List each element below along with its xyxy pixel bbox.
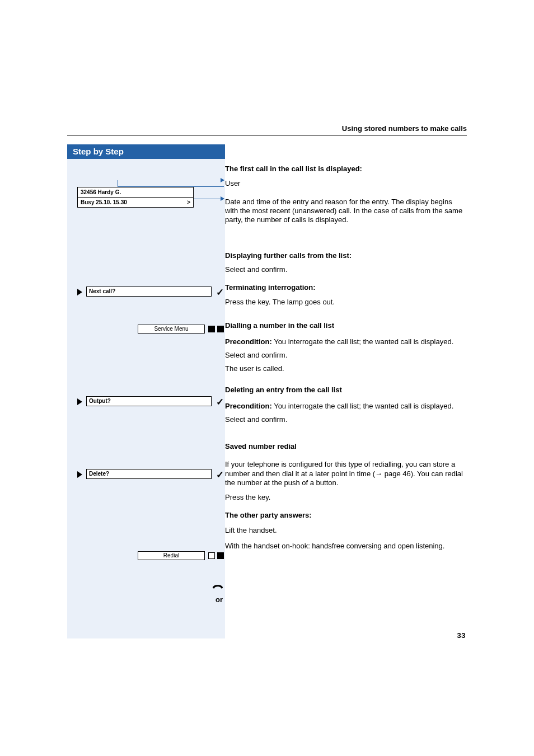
phone-display-box: 32456 Hardy G. Busy 25.10. 15.30 >: [77, 187, 194, 208]
display-more-indicator: >: [187, 199, 190, 205]
display-line-datetime: Busy 25.10. 15.30 >: [78, 197, 193, 207]
dialling-heading: Dialling a number in the call list: [225, 321, 467, 330]
lift-handset: Lift the handset.: [225, 526, 467, 535]
arrow-head-icon: [221, 196, 224, 201]
select-confirm-3: Select and confirm.: [225, 415, 467, 424]
page-header-title: Using stored numbers to make calls: [67, 124, 467, 133]
first-call-heading: The first call in the call list is displ…: [225, 165, 467, 173]
confirm-check-icon: ✓: [216, 396, 224, 408]
precondition-label: Precondition:: [225, 402, 272, 410]
select-triangle-icon: [77, 289, 82, 295]
key-label: Redial: [138, 551, 205, 560]
sidebar-title: Step by Step: [67, 144, 225, 159]
key-service-menu[interactable]: Service Menu: [77, 325, 224, 335]
precondition-text: You interrogate the call list; the wante…: [272, 402, 453, 410]
handset-icon: [212, 581, 224, 590]
precondition-dialling: Precondition: You interrogate the call l…: [225, 337, 467, 346]
or-label: or: [216, 595, 223, 604]
terminating-heading: Terminating interrogation:: [225, 283, 467, 292]
arrow-line-v: [118, 180, 118, 187]
key-button-icon: [217, 552, 224, 559]
select-confirm-1: Select and confirm.: [225, 265, 467, 274]
menu-item-label: Delete?: [86, 469, 212, 479]
user-called: The user is called.: [225, 364, 467, 373]
press-key-lamp: Press the key. The lamp goes out.: [225, 298, 467, 307]
select-triangle-icon: [77, 398, 82, 405]
other-party-heading: The other party answers:: [225, 511, 467, 520]
sidebar-body: 32456 Hardy G. Busy 25.10. 15.30 > Next …: [67, 159, 225, 638]
arrow-right-icon: →: [375, 469, 382, 478]
menu-item-label: Output?: [86, 396, 212, 406]
menu-item-label: Next call?: [86, 287, 212, 297]
select-confirm-2: Select and confirm.: [225, 351, 467, 360]
menu-item-next-call[interactable]: Next call? ✓: [77, 287, 224, 298]
lamp-icon: [208, 326, 215, 332]
precondition-deleting: Precondition: You interrogate the call l…: [225, 402, 467, 411]
entry-description: Date and time of the entry and reason fo…: [225, 198, 467, 225]
key-redial[interactable]: Redial: [77, 551, 224, 561]
user-label: User: [225, 179, 467, 188]
confirm-check-icon: ✓: [216, 469, 224, 481]
confirm-check-icon: ✓: [216, 287, 224, 298]
page-header: Using stored numbers to make calls: [67, 124, 467, 136]
key-button-icon: [217, 326, 224, 332]
menu-item-delete[interactable]: Delete? ✓: [77, 469, 224, 480]
arrow-head-icon: [221, 178, 224, 182]
further-calls-heading: Displaying further calls from the list:: [225, 251, 467, 260]
lamp-off-icon: [208, 552, 215, 559]
arrow-line-2: [194, 199, 224, 199]
menu-item-output[interactable]: Output? ✓: [77, 396, 224, 407]
content-column: The first call in the call list is displ…: [225, 159, 467, 551]
key-label: Service Menu: [138, 325, 205, 334]
saved-redial-body: If your telephone is configured for this…: [225, 460, 467, 487]
display-line-user: 32456 Hardy G.: [78, 187, 193, 197]
handsfree-text: With the handset on-hook: handsfree conv…: [225, 542, 467, 551]
display-busy-text: Busy 25.10. 15.30: [81, 199, 127, 205]
arrow-line: [118, 186, 224, 187]
deleting-heading: Deleting an entry from the call list: [225, 386, 467, 395]
precondition-text: You interrogate the call list; the wante…: [272, 337, 453, 346]
saved-redial-heading: Saved number redial: [225, 442, 467, 451]
press-key: Press the key.: [225, 493, 467, 502]
precondition-label: Precondition:: [225, 337, 272, 346]
select-triangle-icon: [77, 471, 82, 478]
page-number: 33: [457, 631, 466, 640]
